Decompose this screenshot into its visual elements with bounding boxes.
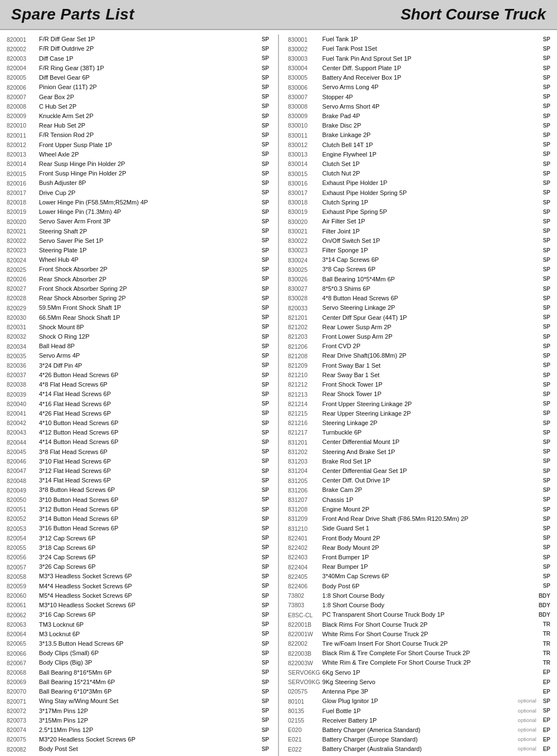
part-type: SP: [538, 696, 551, 706]
part-description: Front Shock Absorber Spring 2P: [38, 284, 237, 294]
part-optional: [517, 35, 538, 44]
part-type: SP: [258, 591, 270, 601]
part-type: SP: [538, 562, 551, 572]
part-type: SP: [538, 130, 551, 140]
part-optional: [237, 351, 258, 360]
part-number: 822402: [287, 543, 321, 553]
part-description: Ball Bearing 6*10*3Mm 6P: [38, 687, 237, 696]
part-optional: [517, 409, 538, 418]
table-row: 831205 Center Diff. Out Drive 1P SP: [287, 476, 551, 485]
part-optional: [237, 159, 258, 169]
part-optional: [517, 265, 538, 274]
part-type: SP: [258, 687, 270, 696]
table-row: 820034 Ball Head 8P SP: [6, 342, 270, 351]
part-type: SP: [258, 389, 270, 399]
part-description: Rear Shock Absorber Spring 2P: [38, 294, 237, 303]
part-number: 830004: [287, 64, 321, 73]
part-description: Diff Case 1P: [38, 53, 237, 63]
part-number: 831204: [287, 466, 321, 476]
part-number: 820063: [6, 620, 38, 629]
part-description: Center Diff. Out Drive 1P: [321, 476, 517, 485]
part-number: 820062: [6, 610, 38, 620]
part-description: Clutch Spring 1P: [321, 198, 517, 207]
part-optional: [517, 255, 538, 265]
part-description: M3 Locknut 6P: [38, 630, 237, 639]
table-row: 822405 3*40Mm Cap Screws 6P SP: [287, 572, 551, 581]
part-number: 820066: [6, 648, 38, 658]
part-optional: optional: [517, 696, 538, 706]
table-row: 821215 Rear Upper Steering Linkage 2P SP: [287, 409, 551, 418]
part-optional: [237, 630, 258, 639]
part-type: SP: [258, 677, 270, 687]
part-optional: [517, 370, 538, 380]
part-optional: [517, 581, 538, 591]
part-optional: [237, 658, 258, 667]
part-type: SP: [258, 716, 270, 725]
part-number: 821214: [287, 399, 321, 408]
part-optional: [517, 150, 538, 159]
table-row: 820015 Front Susp Hinge Pin Holder 2P SP: [6, 169, 270, 178]
part-type: SP: [538, 572, 551, 581]
part-optional: [237, 169, 258, 178]
part-description: 3*16 Cap Screws 6P: [38, 610, 237, 620]
part-type: SP: [258, 53, 270, 63]
table-row: 820017 Drive Cup 2P SP: [6, 188, 270, 198]
part-number: 73803: [287, 601, 321, 610]
table-row: 820047 3*12 Flat Head Screws 6P SP: [6, 466, 270, 476]
part-optional: [517, 217, 538, 226]
part-optional: [517, 620, 538, 629]
part-type: SP: [538, 294, 551, 303]
table-row: 820018 Lower Hinge Pin (F58.5Mm;R52Mm) 4…: [6, 198, 270, 207]
part-number: E023: [287, 754, 321, 756]
table-row: 820043 4*12 Button Head Screws 6P SP: [6, 428, 270, 437]
table-row: 822401 Front Body Mount 2P SP: [287, 533, 551, 543]
part-optional: [517, 610, 538, 620]
part-type: SP: [538, 485, 551, 495]
part-optional: [237, 73, 258, 82]
part-description: 3*8 Button Head Screws 6P: [38, 485, 237, 495]
part-number: 820082: [6, 744, 38, 754]
part-optional: [237, 380, 258, 389]
part-type: SP: [538, 236, 551, 246]
part-number: 820043: [6, 428, 38, 437]
table-row: 80101 Glow Plug Ignitor 1P optional SP: [287, 696, 551, 706]
part-optional: [237, 524, 258, 533]
table-row: 820036 3*24 Diff Pin 4P SP: [6, 360, 270, 370]
part-number: 830015: [287, 169, 321, 178]
part-number: 820005: [6, 73, 38, 82]
table-row: 830027 8*5*0.3 Shims 6P SP: [287, 284, 551, 294]
part-optional: optional: [517, 744, 538, 754]
part-optional: [517, 246, 538, 255]
part-type: SP: [538, 246, 551, 255]
part-type: SP: [258, 706, 270, 715]
part-number: 820028: [6, 294, 38, 303]
part-optional: [517, 639, 538, 648]
table-row: 830028 4*8 Button Head Screws 6P SP: [287, 294, 551, 303]
part-type: SP: [538, 44, 551, 53]
part-optional: [237, 447, 258, 456]
table-row: 830012 Clutch Bell 14T 1P SP: [287, 140, 551, 149]
table-row: 831209 Front And Rear Drive Shaft (F86.5…: [287, 514, 551, 524]
part-optional: [517, 418, 538, 428]
part-number: 820033: [287, 303, 321, 313]
table-row: 821208 Rear Drive Shaft(106.8Mm) 2P SP: [287, 351, 551, 360]
part-type: SP: [538, 706, 551, 715]
table-row: 820064 M3 Locknut 6P SP: [6, 630, 270, 639]
part-description: Body Clips (Small) 6P: [38, 648, 237, 658]
part-optional: [517, 437, 538, 447]
part-type: SP: [258, 466, 270, 476]
table-row: 820073 3*15Mm Pins 12P SP: [6, 716, 270, 725]
table-row: 830009 Brake Pad 4P SP: [287, 111, 551, 121]
part-optional: [517, 677, 538, 687]
table-row: 822404 Rear Bumper 1P SP: [287, 562, 551, 572]
part-type: SP: [538, 495, 551, 505]
table-row: 820006 Pinion Gear (11T) 2P SP: [6, 82, 270, 92]
part-optional: [237, 457, 258, 466]
table-row: 822003W White Rim & Tire Complete For Sh…: [287, 658, 551, 667]
table-row: 820033 Servo Steering Linkage 2P SP: [287, 303, 551, 313]
table-row: 820005 Diff Bevel Gear 6P SP: [6, 73, 270, 82]
part-type: SP: [258, 447, 270, 456]
part-optional: [237, 111, 258, 121]
part-optional: [237, 553, 258, 562]
part-description: Shock O Ring 12P: [38, 332, 237, 342]
